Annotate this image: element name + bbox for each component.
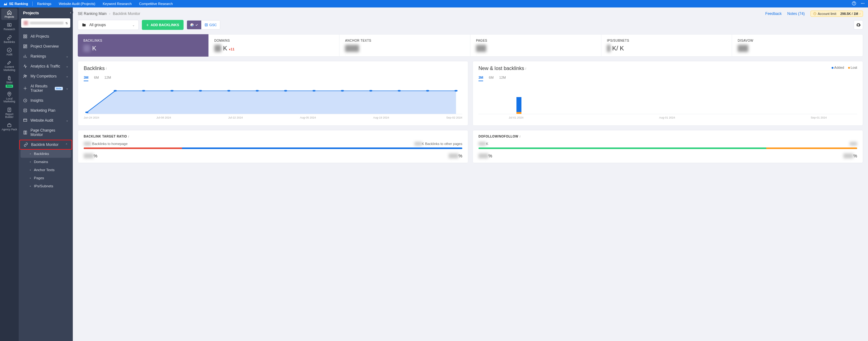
rail-local[interactable]: Local Marketing [1, 90, 18, 105]
rail-research[interactable]: Research [1, 21, 18, 32]
range-6m[interactable]: 6M [94, 75, 99, 81]
svg-point-20 [26, 75, 27, 76]
rail-agency[interactable]: Agency Pack [1, 121, 18, 132]
range-12m[interactable]: 12M [104, 75, 111, 81]
collapse-sidebar-button[interactable]: ‹ [68, 10, 73, 15]
sub-title: BACKLINK TARGET RATIOi [84, 135, 462, 138]
rail-backlinks[interactable]: Backlinks [1, 34, 18, 45]
project-selector[interactable]: ⇅ [21, 18, 70, 28]
stat-backlinks[interactable]: BACKLINKS00K [78, 34, 209, 57]
nav-keyword-research[interactable]: Keyword Research [103, 2, 132, 6]
x-axis: Jul-01 2024Aug-01 2024Sep-01 2024 [478, 114, 857, 119]
rail-audit[interactable]: Audit [1, 46, 18, 58]
sub-title: DOFOLLOW/NOFOLLOWi [478, 135, 857, 138]
chevron-down-icon: ⌄ [66, 65, 68, 68]
sub-backlinks[interactable]: Backlinks [21, 150, 71, 158]
folder-icon [82, 23, 86, 27]
nav-website-audit[interactable]: Website Audit (Projects) [59, 2, 95, 6]
groups-dropdown[interactable]: All groups ⌄ [78, 20, 139, 30]
info-icon[interactable]: i [520, 135, 521, 138]
svg-rect-10 [8, 124, 11, 127]
svg-point-30 [85, 112, 88, 113]
menu-rankings[interactable]: Rankings⌄ [19, 51, 73, 61]
menu-ai-tracker[interactable]: AI Results TrackerBeta⌄ [19, 81, 73, 95]
sub-ips[interactable]: IPs/Subnets [19, 182, 73, 190]
sidebar-title: Projects [19, 7, 73, 18]
rail-content[interactable]: Content Marketing [1, 59, 18, 73]
nav-competitive-research[interactable]: Competitive Research [139, 2, 173, 6]
sub-pages[interactable]: Pages [19, 174, 73, 182]
menu-insights[interactable]: Insights [19, 95, 73, 105]
newlost-bar-chart [478, 83, 857, 114]
svg-point-40 [369, 90, 372, 91]
panel-backlinks-chart: Backlinksi 3M 6M 12M Jun-2 [78, 61, 468, 126]
sub-domains[interactable]: Domains [19, 158, 73, 166]
svg-point-34 [199, 90, 202, 91]
stat-domains[interactable]: DOMAINS00K11 [209, 34, 340, 56]
svg-rect-26 [26, 131, 27, 134]
nav-rankings[interactable]: Rankings [37, 2, 51, 6]
svg-rect-13 [24, 37, 25, 38]
panel-dofollow: DOFOLLOW/NOFOLLOWi 00K 00 00%00% [472, 130, 863, 163]
menu-website-audit[interactable]: Website Audit⌄ [19, 116, 73, 125]
sub-anchor[interactable]: Anchor Texts [19, 166, 73, 174]
sidebar: ‹ Projects ⇅ All Projects Project Overvi… [19, 7, 73, 341]
stat-anchor[interactable]: ANCHOR TEXTS0000 [339, 34, 470, 56]
menu-marketing-plan[interactable]: Marketing Plan [19, 105, 73, 116]
range-3m[interactable]: 3M [478, 75, 483, 81]
info-icon[interactable]: i [525, 67, 526, 70]
svg-rect-25 [24, 131, 25, 134]
chevron-down-icon: ⌄ [66, 119, 68, 122]
breadcrumb-current: Backlink Monitor [113, 11, 140, 16]
range-3m[interactable]: 3M [84, 75, 88, 81]
brand-logo[interactable]: SE Ranking [3, 2, 28, 6]
info-icon[interactable]: i [128, 135, 129, 138]
svg-point-2 [861, 3, 862, 4]
rail-report[interactable]: Report Builder [1, 106, 18, 120]
breadcrumb-root[interactable]: SE Ranking Main [78, 11, 107, 16]
gsc-seg[interactable]: GSC [201, 21, 220, 29]
feedback-link[interactable]: Feedback [765, 11, 782, 16]
svg-point-19 [24, 75, 26, 76]
menu-analytics[interactable]: Analytics & Traffic⌄ [19, 61, 73, 71]
svg-point-4 [864, 3, 864, 4]
chevron-down-icon: ⌄ [132, 23, 135, 27]
svg-rect-23 [24, 109, 26, 112]
add-backlinks-button[interactable]: +ADD BACKLINKS [142, 20, 184, 30]
x-axis: Jun-24 2024Jul-08 2024Jul-22 2024Aug-05 … [84, 114, 462, 121]
svg-point-32 [142, 90, 145, 91]
stat-pages[interactable]: PAGES000 [470, 34, 601, 56]
main-content: SE Ranking Main › Backlink Monitor Feedb… [73, 7, 868, 341]
menu-all-projects[interactable]: All Projects [19, 31, 73, 41]
flag-icon [24, 22, 28, 25]
menu-page-changes[interactable]: Page Changes Monitor [19, 125, 73, 140]
panel-newlost-chart: Added Lost New & lost backlinksi 3M 6M 1… [472, 61, 863, 126]
stats-strip: BACKLINKS00K DOMAINS00K11 ANCHOR TEXTS00… [78, 34, 863, 57]
rail-projects[interactable]: Projects [1, 8, 18, 20]
menu-backlink-monitor[interactable]: Backlink Monitor⌃ [19, 140, 72, 150]
panel-title: Backlinksi [84, 66, 462, 71]
more-icon[interactable] [861, 1, 865, 6]
svg-point-35 [227, 90, 230, 91]
info-icon[interactable]: i [106, 67, 107, 70]
notes-link[interactable]: Notes (74) [787, 11, 805, 16]
svg-rect-24 [24, 119, 27, 121]
svg-rect-5 [7, 24, 11, 26]
range-6m[interactable]: 6M [489, 75, 493, 81]
account-limit-pill[interactable]: Account limit 298.5K / 1Mi [810, 10, 863, 17]
svg-point-33 [170, 90, 174, 91]
beta-pill: Beta [55, 87, 63, 90]
google-connect-seg[interactable] [187, 21, 201, 29]
stat-ips[interactable]: IPS/SUBNETS0K/ K [601, 34, 732, 56]
svg-point-41 [398, 90, 401, 91]
stat-disavow[interactable]: DISAVOW000 [732, 34, 863, 56]
help-icon[interactable] [852, 1, 856, 6]
svg-point-8 [9, 93, 10, 94]
range-12m[interactable]: 12M [499, 75, 506, 81]
backlinks-area-chart [84, 83, 462, 114]
menu-overview[interactable]: Project Overview [19, 41, 73, 51]
menu-competitors[interactable]: My Competitors⌄ [19, 71, 73, 81]
gsc-toggle[interactable]: GSC [187, 20, 220, 30]
rail-smm[interactable]: SMMBeta [1, 74, 18, 89]
settings-button[interactable] [854, 20, 863, 30]
